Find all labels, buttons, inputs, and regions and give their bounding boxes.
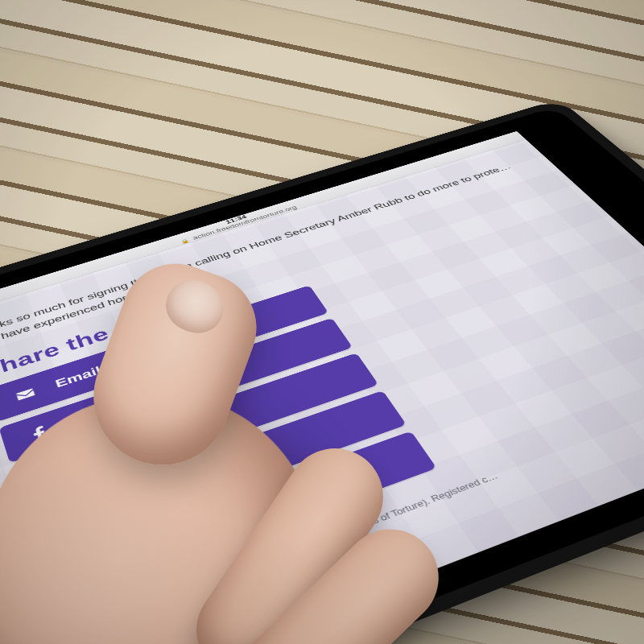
- page-content: Thanks so much for signing the petition …: [0, 139, 644, 644]
- share-facebook-label: Facebook: [68, 390, 154, 429]
- photo-scene: iPad 11:34 🔒 action.freedomfromtorture.o…: [0, 0, 644, 644]
- tablet-screen: iPad 11:34 🔒 action.freedomfromtorture.o…: [0, 131, 644, 644]
- share-email-label: Email: [54, 365, 103, 390]
- share-button-list: Email Facebook: [0, 285, 437, 608]
- share-twitter-label: Twitter: [84, 439, 147, 471]
- messenger-icon: [71, 556, 105, 585]
- twitter-icon: [39, 464, 69, 489]
- whatsapp-icon: [54, 508, 86, 535]
- tablet-case: iPad 11:34 🔒 action.freedomfromtorture.o…: [0, 99, 644, 644]
- share-whatsapp-label: WhatsApp: [101, 471, 199, 516]
- tablet-body: iPad 11:34 🔒 action.freedomfromtorture.o…: [0, 107, 644, 644]
- facebook-icon: [24, 422, 54, 445]
- email-icon: [11, 383, 39, 405]
